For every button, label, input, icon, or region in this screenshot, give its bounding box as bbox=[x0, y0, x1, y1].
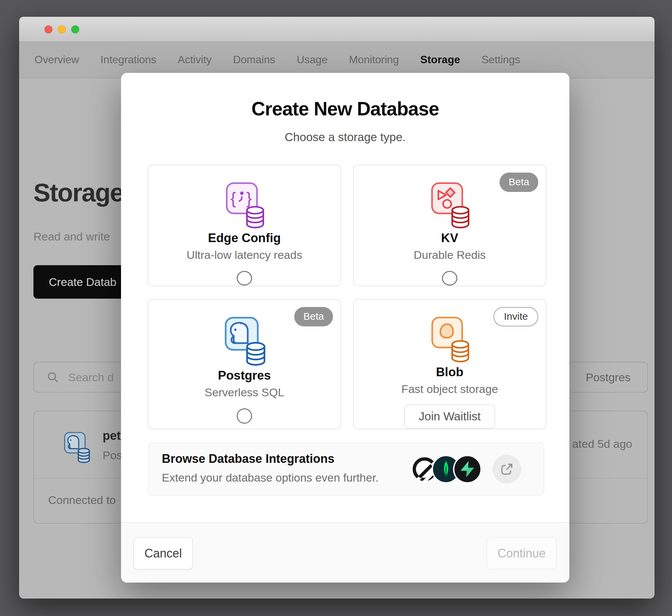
blob-icon bbox=[428, 315, 472, 363]
supabase-logo bbox=[453, 455, 482, 484]
option-description: Durable Redis bbox=[414, 248, 485, 262]
tab-settings[interactable]: Settings bbox=[481, 54, 520, 66]
tab-activity[interactable]: Activity bbox=[178, 54, 212, 66]
postgres-icon bbox=[222, 315, 266, 366]
tab-usage[interactable]: Usage bbox=[297, 54, 328, 66]
option-description: Ultra-low latency reads bbox=[187, 248, 302, 262]
invite-badge: Invite bbox=[493, 307, 538, 326]
close-window-button[interactable] bbox=[44, 25, 52, 33]
tab-monitoring[interactable]: Monitoring bbox=[349, 54, 399, 66]
storage-option-postgres[interactable]: Beta Postgres Serverless SQL bbox=[148, 299, 341, 429]
continue-button[interactable]: Continue bbox=[486, 537, 557, 570]
svg-text:}: } bbox=[246, 189, 252, 207]
postgres-tile-icon bbox=[63, 431, 91, 463]
minimize-window-button[interactable] bbox=[58, 25, 66, 33]
join-waitlist-button[interactable]: Join Waitlist bbox=[404, 404, 495, 429]
option-name: Blob bbox=[436, 365, 463, 379]
tab-integrations[interactable]: Integrations bbox=[100, 54, 156, 66]
storage-option-kv[interactable]: Beta KV Durable Redis bbox=[353, 165, 546, 286]
modal-footer: Cancel Continue bbox=[121, 522, 569, 583]
create-database-modal: Create New Database Choose a storage typ… bbox=[121, 73, 569, 583]
type-filter-dropdown[interactable]: Postgres bbox=[568, 362, 648, 393]
beta-badge: Beta bbox=[499, 173, 538, 192]
page-title: Storage bbox=[33, 178, 123, 207]
integrations-title: Browse Database Integrations bbox=[162, 452, 334, 466]
edge-config-icon: { } bbox=[222, 181, 266, 228]
browse-integrations-banner[interactable]: Browse Database Integrations Extend your… bbox=[148, 442, 544, 496]
option-description: Fast object storage bbox=[401, 383, 498, 396]
option-name: Postgres bbox=[218, 369, 271, 383]
option-description: Serverless SQL bbox=[205, 386, 284, 399]
window-titlebar bbox=[19, 17, 655, 42]
storage-type-grid: { } Edge Config Ultra-low latency reads … bbox=[148, 165, 546, 429]
kv-radio[interactable] bbox=[442, 271, 457, 286]
external-link-icon bbox=[499, 462, 514, 477]
tab-storage[interactable]: Storage bbox=[420, 54, 460, 66]
screenshot-root: Overview Integrations Activity Domains U… bbox=[0, 0, 672, 616]
database-connection: Connected to bbox=[48, 494, 116, 507]
database-updated: ated 5d ago bbox=[572, 437, 632, 450]
storage-option-edge-config[interactable]: { } Edge Config Ultra-low latency reads bbox=[148, 165, 341, 286]
option-name: KV bbox=[441, 231, 458, 245]
search-placeholder: Search d bbox=[68, 371, 114, 384]
svg-text:{: { bbox=[231, 189, 236, 207]
tab-overview[interactable]: Overview bbox=[34, 54, 79, 66]
edge-config-radio[interactable] bbox=[237, 271, 252, 286]
search-icon bbox=[46, 371, 60, 384]
kv-icon bbox=[428, 181, 472, 228]
zoom-window-button[interactable] bbox=[71, 25, 79, 33]
beta-badge: Beta bbox=[294, 307, 333, 326]
option-name: Edge Config bbox=[208, 231, 281, 245]
postgres-radio[interactable] bbox=[237, 408, 252, 424]
cancel-button[interactable]: Cancel bbox=[133, 537, 193, 570]
app-window: Overview Integrations Activity Domains U… bbox=[19, 17, 655, 599]
modal-title: Create New Database bbox=[121, 98, 569, 120]
integrations-subtitle: Extend your database options even furthe… bbox=[162, 471, 378, 484]
page-subtitle: Read and write bbox=[33, 230, 110, 243]
storage-option-blob[interactable]: Invite Blob Fast object storage Join Wai… bbox=[353, 299, 546, 429]
tab-domains[interactable]: Domains bbox=[233, 54, 275, 66]
external-link-button[interactable] bbox=[492, 455, 521, 484]
modal-subtitle: Choose a storage type. bbox=[121, 130, 569, 144]
